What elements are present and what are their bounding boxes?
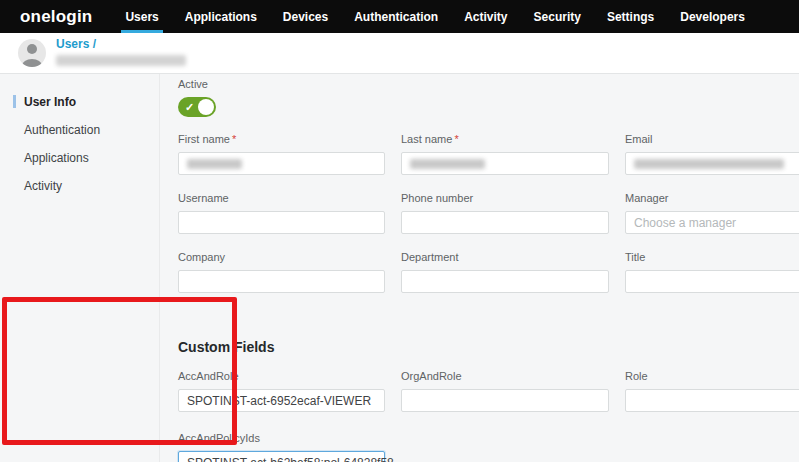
role-label: Role bbox=[625, 370, 799, 382]
org-and-role-label: OrgAndRole bbox=[401, 370, 609, 382]
manager-field[interactable] bbox=[625, 211, 799, 234]
company-field[interactable] bbox=[178, 270, 385, 293]
user-info-form: Active ✓ First name* Last name* Email U bbox=[160, 74, 799, 462]
acc-and-policy-ids-value: SPOTINST-act-b62bef58:pol-64828f58 bbox=[187, 456, 394, 462]
user-avatar-icon bbox=[18, 39, 46, 67]
sidebar-item-user-info[interactable]: User Info bbox=[0, 88, 159, 116]
department-field[interactable] bbox=[401, 270, 609, 293]
content-area: User Info Authentication Applications Ac… bbox=[0, 74, 799, 462]
company-label: Company bbox=[178, 251, 385, 263]
sidebar-item-activity[interactable]: Activity bbox=[0, 172, 159, 200]
manager-label: Manager bbox=[625, 192, 799, 204]
username-field[interactable] bbox=[178, 211, 385, 234]
redacted-user-name bbox=[56, 55, 186, 66]
first-name-label: First name* bbox=[178, 133, 385, 145]
sidebar: User Info Authentication Applications Ac… bbox=[0, 74, 160, 462]
required-marker: * bbox=[454, 133, 458, 145]
nav-tab-users[interactable]: Users bbox=[112, 0, 171, 33]
nav-tab-activity[interactable]: Activity bbox=[451, 0, 520, 33]
top-navbar: onelogin Users Applications Devices Auth… bbox=[0, 0, 799, 33]
acc-and-role-field[interactable] bbox=[178, 389, 385, 412]
nav-tab-applications[interactable]: Applications bbox=[172, 0, 270, 33]
onelogin-logo[interactable]: onelogin bbox=[20, 0, 92, 33]
active-toggle[interactable]: ✓ bbox=[178, 97, 216, 117]
redacted-last-name bbox=[410, 159, 485, 169]
sidebar-item-applications[interactable]: Applications bbox=[0, 144, 159, 172]
acc-and-policy-ids-field[interactable]: SPOTINST-act-b62bef58:pol-64828f58 bbox=[178, 451, 385, 462]
nav-tab-devices[interactable]: Devices bbox=[270, 0, 341, 33]
check-icon: ✓ bbox=[185, 100, 194, 114]
active-label: Active bbox=[178, 78, 799, 90]
breadcrumb: Users / bbox=[56, 36, 186, 70]
phone-number-field[interactable] bbox=[401, 211, 609, 234]
department-label: Department bbox=[401, 251, 609, 263]
toggle-knob bbox=[198, 99, 214, 115]
redacted-first-name bbox=[187, 159, 242, 169]
first-name-field[interactable] bbox=[178, 152, 385, 175]
sidebar-item-authentication[interactable]: Authentication bbox=[0, 116, 159, 144]
phone-number-label: Phone number bbox=[401, 192, 609, 204]
org-and-role-field[interactable] bbox=[401, 389, 609, 412]
title-label: Title bbox=[625, 251, 799, 263]
nav-tab-security[interactable]: Security bbox=[521, 0, 594, 33]
redacted-email bbox=[634, 159, 784, 169]
breadcrumb-users-link[interactable]: Users / bbox=[56, 37, 186, 51]
email-field[interactable] bbox=[625, 152, 799, 175]
nav-tab-developers[interactable]: Developers bbox=[667, 0, 758, 33]
last-name-field[interactable] bbox=[401, 152, 609, 175]
acc-and-policy-ids-label: AccAndPolicyIds bbox=[178, 432, 385, 444]
acc-and-role-label: AccAndRole bbox=[178, 370, 385, 382]
last-name-label: Last name* bbox=[401, 133, 609, 145]
custom-fields-section-title: Custom Fields bbox=[178, 339, 799, 355]
required-marker: * bbox=[232, 133, 236, 145]
email-label: Email bbox=[625, 133, 799, 145]
page-header: Users / bbox=[0, 33, 799, 74]
role-field[interactable] bbox=[625, 389, 799, 412]
title-field[interactable] bbox=[625, 270, 799, 293]
nav-tab-settings[interactable]: Settings bbox=[594, 0, 667, 33]
nav-tab-authentication[interactable]: Authentication bbox=[341, 0, 451, 33]
username-label: Username bbox=[178, 192, 385, 204]
